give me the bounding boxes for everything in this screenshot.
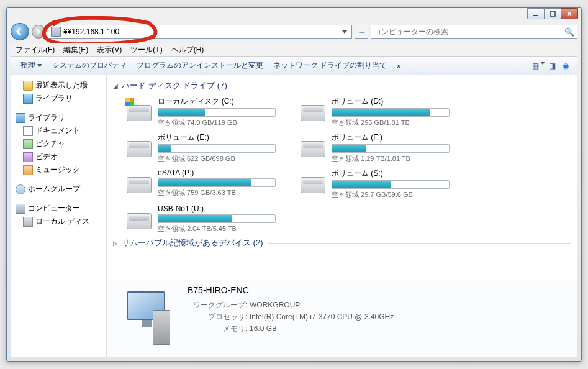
picture-icon xyxy=(23,139,33,149)
drive-name: ローカル ディスク (C:) xyxy=(158,96,281,107)
sidebar-item-documents[interactable]: ドキュメント xyxy=(12,124,105,137)
homegroup-icon xyxy=(16,184,25,194)
svg-rect-1 xyxy=(550,11,555,16)
sidebar-item-localdisk[interactable]: ローカル ディス xyxy=(12,215,105,228)
usage-bar xyxy=(158,144,276,153)
drive-item[interactable]: USB-No1 (U:) 空き領域 2.04 TB/5.45 TB xyxy=(125,204,281,234)
drive-free: 空き領域 29.7 GB/59.6 GB xyxy=(332,190,455,199)
navigation-pane: 最近表示した場 ライブラリ ライブラリ ドキュメント ピクチャ ビデオ ミュージ… xyxy=(11,75,107,357)
maximize-button[interactable] xyxy=(544,8,561,19)
menu-file[interactable]: ファイル(F) xyxy=(16,45,55,55)
toolbar-overflow[interactable]: » xyxy=(392,60,406,72)
uninstall-button[interactable]: プログラムのアンインストールと変更 xyxy=(132,58,268,73)
hdd-icon xyxy=(125,168,153,196)
address-bar[interactable] xyxy=(48,25,352,39)
drive-name: ボリューム (S:) xyxy=(332,168,455,179)
collapse-icon: ◢ xyxy=(113,83,118,89)
explorer-window: → 🔍 ファイル(F) 編集(E) 表示(V) ツール(T) ヘルプ(H) 整理… xyxy=(6,7,582,362)
search-icon: 🔍 xyxy=(564,27,574,37)
drive-item[interactable]: ボリューム (D:) 空き領域 295 GB/1.81 TB xyxy=(299,96,455,127)
usage-bar xyxy=(158,178,276,187)
close-button[interactable] xyxy=(561,8,578,19)
computer-icon xyxy=(16,204,25,214)
sidebar-item-libraries[interactable]: ライブラリ xyxy=(12,92,105,105)
drive-name: ボリューム (E:) xyxy=(158,132,281,143)
sidebar-item-pictures[interactable]: ピクチャ xyxy=(12,137,105,150)
minimize-button[interactable] xyxy=(527,8,545,19)
search-box[interactable]: 🔍 xyxy=(371,25,577,39)
computer-thumbnail xyxy=(115,285,184,347)
drive-icon xyxy=(23,217,33,227)
section-removable[interactable]: ▷ リムーバブル記憶域があるデバイス (2) xyxy=(113,237,571,248)
details-memory: 16.0 GB xyxy=(250,324,277,333)
view-options-button[interactable]: ▦ xyxy=(531,62,545,70)
library-icon xyxy=(23,94,33,104)
go-button[interactable]: → xyxy=(355,25,368,39)
body: 最近表示した場 ライブラリ ライブラリ ドキュメント ピクチャ ビデオ ミュージ… xyxy=(11,75,577,357)
hdd-icon xyxy=(299,168,327,196)
organize-button[interactable]: 整理 xyxy=(16,58,47,73)
address-dropdown[interactable] xyxy=(340,30,349,34)
drive-name: ボリューム (F:) xyxy=(332,132,455,143)
drive-name: eSATA (P:) xyxy=(158,168,281,177)
section-title: リムーバブル記憶域があるデバイス (2) xyxy=(122,237,263,248)
usage-bar xyxy=(332,108,450,117)
drive-free: 空き領域 622 GB/698 GB xyxy=(158,154,281,163)
sidebar-item-music[interactable]: ミュージック xyxy=(12,163,105,176)
preview-pane-button[interactable]: ◨ xyxy=(545,62,559,70)
hdd-icon xyxy=(125,204,153,232)
address-input[interactable] xyxy=(63,27,340,36)
forward-button[interactable] xyxy=(32,25,45,39)
nav-bar: → 🔍 xyxy=(11,23,577,40)
sidebar-item-homegroup[interactable]: ホームグループ xyxy=(12,183,105,196)
details-name: B75-HIRO-ENC xyxy=(188,285,394,295)
hdd-icon xyxy=(125,132,153,160)
usage-bar xyxy=(158,214,276,223)
details-pane: B75-HIRO-ENC ワークグループ:WORKGROUP プロセッサ:Int… xyxy=(107,280,577,357)
menu-tools[interactable]: ツール(T) xyxy=(130,45,162,55)
hdd-icon xyxy=(125,96,153,124)
back-button[interactable] xyxy=(11,23,29,40)
menu-edit[interactable]: 編集(E) xyxy=(63,45,88,55)
usage-bar xyxy=(332,180,450,189)
help-button[interactable]: ◉ xyxy=(559,62,572,70)
expand-icon: ▷ xyxy=(113,240,118,247)
document-icon xyxy=(23,126,33,136)
library-icon xyxy=(16,113,25,123)
details-workgroup: WORKGROUP xyxy=(250,301,300,309)
folder-icon xyxy=(23,81,33,91)
map-drive-button[interactable]: ネットワーク ドライブの割り当て xyxy=(268,58,392,73)
drive-free: 空き領域 74.0 GB/119 GB xyxy=(158,118,281,127)
drive-item[interactable]: eSATA (P:) 空き領域 759 GB/3.63 TB xyxy=(125,168,281,199)
content-pane: ◢ ハード ディスク ドライブ (7) ローカル ディスク (C:) 空き領域 … xyxy=(107,75,577,357)
sidebar-item-computer[interactable]: コンピューター xyxy=(12,202,105,215)
drive-free: 空き領域 1.29 TB/1.81 TB xyxy=(332,154,455,163)
usage-bar xyxy=(158,108,276,117)
section-hdd[interactable]: ◢ ハード ディスク ドライブ (7) xyxy=(113,80,571,91)
video-icon xyxy=(23,152,33,162)
menu-help[interactable]: ヘルプ(H) xyxy=(171,45,204,55)
drive-free: 空き領域 759 GB/3.63 TB xyxy=(158,188,281,198)
drive-name: USB-No1 (U:) xyxy=(158,204,281,213)
drive-free: 空き領域 2.04 TB/5.45 TB xyxy=(158,224,281,234)
svg-rect-0 xyxy=(533,15,538,16)
drive-item[interactable]: ボリューム (S:) 空き領域 29.7 GB/59.6 GB xyxy=(299,168,455,199)
search-input[interactable] xyxy=(374,27,564,36)
usage-bar xyxy=(332,144,450,153)
drive-grid: ローカル ディスク (C:) 空き領域 74.0 GB/119 GB ボリューム… xyxy=(113,96,571,234)
drive-item[interactable]: ローカル ディスク (C:) 空き領域 74.0 GB/119 GB xyxy=(125,96,281,127)
sidebar-item-recent[interactable]: 最近表示した場 xyxy=(12,79,105,92)
system-properties-button[interactable]: システムのプロパティ xyxy=(47,58,132,73)
details-cpu: Intel(R) Core(TM) i7-3770 CPU @ 3.40GHz xyxy=(250,312,394,321)
drive-item[interactable]: ボリューム (F:) 空き領域 1.29 TB/1.81 TB xyxy=(299,132,455,163)
computer-icon xyxy=(51,27,61,37)
hdd-icon xyxy=(299,132,327,160)
menu-view[interactable]: 表示(V) xyxy=(97,45,122,55)
drive-item[interactable]: ボリューム (E:) 空き領域 622 GB/698 GB xyxy=(125,132,281,163)
command-bar: 整理 システムのプロパティ プログラムのアンインストールと変更 ネットワーク ド… xyxy=(11,57,577,75)
drive-free: 空き領域 295 GB/1.81 TB xyxy=(332,118,455,127)
drive-name: ボリューム (D:) xyxy=(332,96,455,107)
section-title: ハード ディスク ドライブ (7) xyxy=(122,80,227,91)
sidebar-item-videos[interactable]: ビデオ xyxy=(12,150,105,163)
sidebar-item-libraries-group[interactable]: ライブラリ xyxy=(12,111,105,124)
